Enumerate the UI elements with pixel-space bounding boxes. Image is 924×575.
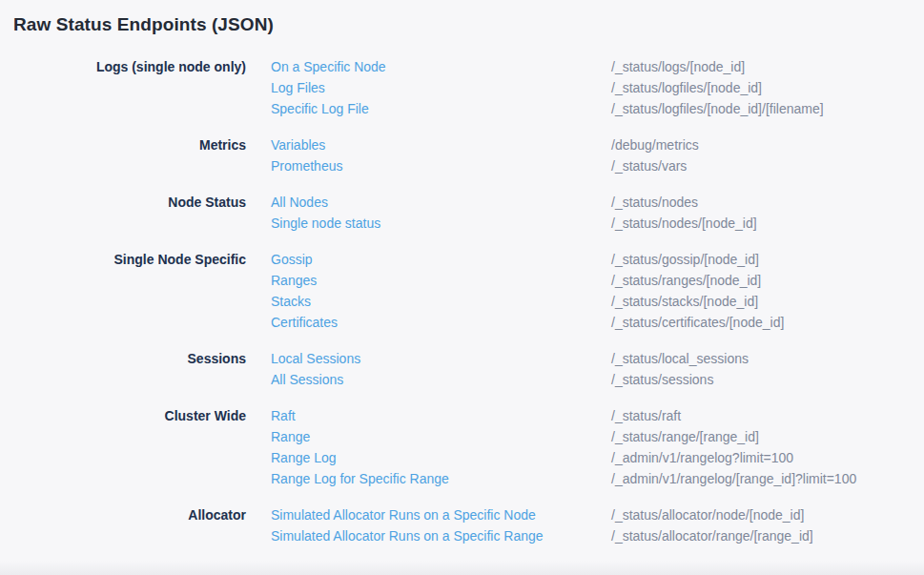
endpoint-path: /_status/logfiles/[node_id] xyxy=(611,77,924,98)
endpoint-section: Cluster WideRaft/_status/raftRange/_stat… xyxy=(0,405,924,489)
endpoint-section: Node StatusAll Nodes/_status/nodesSingle… xyxy=(0,192,924,234)
endpoint-item-list: Simulated Allocator Runs on a Specific N… xyxy=(271,504,924,546)
category-label: Cluster Wide xyxy=(0,405,246,489)
endpoint-path: /_status/raft xyxy=(611,405,924,426)
endpoint-path: /_status/sessions xyxy=(611,369,924,390)
endpoint-row: Specific Log File/_status/logfiles/[node… xyxy=(271,98,924,119)
page-title: Raw Status Endpoints (JSON) xyxy=(0,0,924,36)
endpoint-path: /_admin/v1/rangelog/[range_id]?limit=100 xyxy=(611,468,924,489)
endpoint-row: Variables/debug/metrics xyxy=(271,134,924,155)
endpoint-row: All Sessions/_status/sessions xyxy=(271,369,924,390)
endpoint-row: Certificates/_status/certificates/[node_… xyxy=(271,312,924,333)
endpoint-row: Prometheus/_status/vars xyxy=(271,155,924,176)
endpoint-path: /_admin/v1/rangelog?limit=100 xyxy=(611,447,924,468)
endpoint-link[interactable]: Range Log xyxy=(271,447,611,468)
endpoint-section: AllocatorSimulated Allocator Runs on a S… xyxy=(0,504,924,546)
endpoint-row: Raft/_status/raft xyxy=(271,405,924,426)
endpoint-section: MetricsVariables/debug/metricsPrometheus… xyxy=(0,134,924,176)
endpoint-path: /_status/allocator/node/[node_id] xyxy=(611,504,924,525)
endpoint-row: Range Log/_admin/v1/rangelog?limit=100 xyxy=(271,447,924,468)
endpoint-path: /_status/certificates/[node_id] xyxy=(611,312,924,333)
endpoint-path: /_status/logfiles/[node_id]/[filename] xyxy=(611,98,924,119)
endpoint-link[interactable]: Simulated Allocator Runs on a Specific R… xyxy=(271,525,611,546)
endpoint-path: /_status/allocator/range/[range_id] xyxy=(611,525,924,546)
endpoint-sections: Logs (single node only)On a Specific Nod… xyxy=(0,56,924,546)
endpoint-row: Stacks/_status/stacks/[node_id] xyxy=(271,291,924,312)
endpoint-link[interactable]: Specific Log File xyxy=(271,98,611,119)
endpoint-item-list: On a Specific Node/_status/logs/[node_id… xyxy=(271,56,924,119)
endpoint-row: Local Sessions/_status/local_sessions xyxy=(271,348,924,369)
endpoint-link[interactable]: Ranges xyxy=(271,270,611,291)
endpoint-path: /_status/gossip/[node_id] xyxy=(611,249,924,270)
endpoint-item-list: Variables/debug/metricsPrometheus/_statu… xyxy=(271,134,924,176)
endpoint-row: Ranges/_status/ranges/[node_id] xyxy=(271,270,924,291)
category-label: Single Node Specific xyxy=(0,249,246,333)
endpoint-link[interactable]: Single node status xyxy=(271,213,611,234)
endpoint-link[interactable]: Stacks xyxy=(271,291,611,312)
bottom-shadow-band xyxy=(0,561,924,575)
endpoint-section: SessionsLocal Sessions/_status/local_ses… xyxy=(0,348,924,390)
endpoint-row: Gossip/_status/gossip/[node_id] xyxy=(271,249,924,270)
endpoint-row: Log Files/_status/logfiles/[node_id] xyxy=(271,77,924,98)
endpoint-path: /_status/ranges/[node_id] xyxy=(611,270,924,291)
endpoint-row: On a Specific Node/_status/logs/[node_id… xyxy=(271,56,924,77)
category-label: Allocator xyxy=(0,504,246,546)
endpoint-item-list: Raft/_status/raftRange/_status/range/[ra… xyxy=(271,405,924,489)
endpoint-path: /_status/stacks/[node_id] xyxy=(611,291,924,312)
endpoint-row: Range/_status/range/[range_id] xyxy=(271,426,924,447)
endpoint-item-list: All Nodes/_status/nodesSingle node statu… xyxy=(271,192,924,234)
category-label: Node Status xyxy=(0,192,246,234)
endpoint-link[interactable]: Range Log for Specific Range xyxy=(271,468,611,489)
endpoint-row: Simulated Allocator Runs on a Specific N… xyxy=(271,504,924,525)
endpoint-row: Simulated Allocator Runs on a Specific R… xyxy=(271,525,924,546)
endpoint-link[interactable]: All Nodes xyxy=(271,192,611,213)
endpoint-path: /_status/range/[range_id] xyxy=(611,426,924,447)
category-label: Metrics xyxy=(0,134,246,176)
endpoint-link[interactable]: Range xyxy=(271,426,611,447)
endpoint-link[interactable]: Local Sessions xyxy=(271,348,611,369)
endpoint-path: /_status/nodes xyxy=(611,192,924,213)
endpoint-link[interactable]: Variables xyxy=(271,134,611,155)
endpoint-path: /_status/local_sessions xyxy=(611,348,924,369)
endpoint-path: /_status/vars xyxy=(611,155,924,176)
endpoint-path: /debug/metrics xyxy=(611,134,924,155)
debug-endpoints-page: Raw Status Endpoints (JSON) Logs (single… xyxy=(0,0,924,575)
endpoint-link[interactable]: All Sessions xyxy=(271,369,611,390)
endpoint-item-list: Local Sessions/_status/local_sessionsAll… xyxy=(271,348,924,390)
endpoint-row: Single node status/_status/nodes/[node_i… xyxy=(271,213,924,234)
endpoint-section: Single Node SpecificGossip/_status/gossi… xyxy=(0,249,924,333)
endpoint-item-list: Gossip/_status/gossip/[node_id]Ranges/_s… xyxy=(271,249,924,333)
endpoint-link[interactable]: Raft xyxy=(271,405,611,426)
endpoint-section: Logs (single node only)On a Specific Nod… xyxy=(0,56,924,119)
endpoint-link[interactable]: Certificates xyxy=(271,312,611,333)
endpoint-link[interactable]: On a Specific Node xyxy=(271,56,611,77)
endpoint-path: /_status/logs/[node_id] xyxy=(611,56,924,77)
endpoint-link[interactable]: Gossip xyxy=(271,249,611,270)
category-label: Sessions xyxy=(0,348,246,390)
endpoint-path: /_status/nodes/[node_id] xyxy=(611,213,924,234)
endpoint-link[interactable]: Log Files xyxy=(271,77,611,98)
category-label: Logs (single node only) xyxy=(0,56,246,119)
endpoint-link[interactable]: Prometheus xyxy=(271,155,611,176)
endpoint-row: Range Log for Specific Range/_admin/v1/r… xyxy=(271,468,924,489)
endpoint-row: All Nodes/_status/nodes xyxy=(271,192,924,213)
endpoint-link[interactable]: Simulated Allocator Runs on a Specific N… xyxy=(271,504,611,525)
